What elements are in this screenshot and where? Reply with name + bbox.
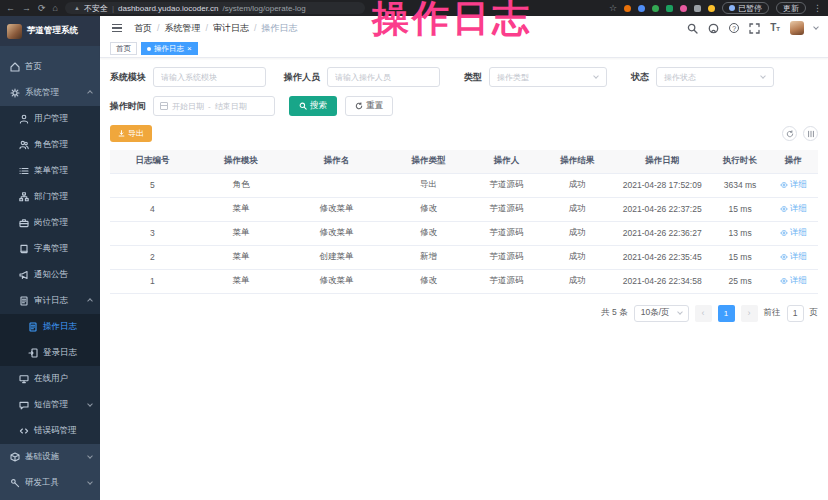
col-header-type: 操作类型 [386,150,471,173]
sidebar-item-login-log[interactable]: 登录日志 [0,340,100,366]
type-select[interactable]: 操作类型 [489,67,607,87]
sidebar-item-home[interactable]: 首页 [0,54,100,80]
fullscreen-icon[interactable] [749,23,760,34]
search-icon[interactable] [687,23,698,34]
cell-name: 创建菜单 [287,245,386,269]
detail-link[interactable]: 详细 [780,227,807,239]
export-button[interactable]: 导出 [110,125,152,142]
cell-duration: 15 ms [712,197,769,221]
extension-icon[interactable] [638,5,645,12]
user-avatar[interactable] [790,21,804,35]
page-size-select[interactable]: 10条/页 [634,305,689,322]
detail-link-label: 详细 [790,227,807,239]
sidebar-item-label: 字典管理 [34,243,68,255]
detail-link[interactable]: 详细 [780,203,807,215]
sidebar-item-notices[interactable]: 通知公告 [0,262,100,288]
sidebar-item-departments[interactable]: 部门管理 [0,184,100,210]
filter-time: 操作时间 开始日期 - 结束日期 [110,96,275,116]
goto-page-input[interactable] [787,305,804,322]
profile-smiley-icon[interactable] [708,5,715,12]
detail-link-label: 详细 [790,203,807,215]
search-button[interactable]: 搜索 [289,96,337,116]
page-number-button[interactable]: 1 [718,305,735,322]
date-range-picker[interactable]: 开始日期 - 结束日期 [153,96,275,116]
login-log-icon [28,348,38,358]
avatar-caret-icon[interactable] [813,24,819,30]
sidebar-item-users[interactable]: 用户管理 [0,106,100,132]
extension-icon[interactable] [666,5,673,12]
security-label: 不安全 [84,3,108,14]
sidebar-item-audit-log[interactable]: 审计日志 [0,288,100,314]
font-size-icon[interactable]: TT [770,23,780,33]
menu-list-icon [19,166,29,176]
reset-button[interactable]: 重置 [345,96,393,116]
sms-icon [19,400,29,410]
sidebar-item-infrastructure[interactable]: 基础设施 [0,444,100,470]
detail-link[interactable]: 详细 [780,251,807,263]
sidebar-item-system[interactable]: 系统管理 [0,80,100,106]
github-icon[interactable] [708,23,719,34]
browser-back-icon[interactable]: ← [6,4,15,13]
sidebar-item-operate-log[interactable]: 操作日志 [0,314,100,340]
filter-module: 系统模块 [110,67,266,87]
docs-help-icon[interactable]: ? [729,23,739,33]
tag-home[interactable]: 首页 [110,42,137,55]
browser-menu-icon[interactable]: ⋮ [813,3,822,13]
sidebar-item-sms[interactable]: 短信管理 [0,392,100,418]
breadcrumb-item[interactable]: 审计日志 [213,22,249,35]
next-page-button[interactable]: › [741,305,758,322]
filter-status: 状态 操作状态 [631,67,774,87]
column-settings-button[interactable] [803,126,818,141]
cell-date: 2021-04-26 22:34:58 [613,269,712,293]
browser-reload-icon[interactable]: ⟳ [38,4,46,13]
update-pill[interactable]: 更新 [776,2,806,14]
breadcrumb-item[interactable]: 系统管理 [165,22,201,35]
extension-icon[interactable] [624,5,631,12]
table-row: 2 菜单 创建菜单 新增 芋道源码 成功 2021-04-26 22:35:45… [110,245,818,269]
sidebar-item-online-users[interactable]: 在线用户 [0,366,100,392]
sidebar-item-roles[interactable]: 角色管理 [0,132,100,158]
eye-icon [780,229,788,237]
refresh-table-button[interactable] [782,126,797,141]
hamburger-icon[interactable] [112,27,122,28]
browser-forward-icon[interactable]: → [22,4,31,13]
detail-link[interactable]: 详细 [780,179,807,191]
puzzle-extensions-icon[interactable] [694,5,701,12]
time-label: 操作时间 [110,100,146,113]
bookmark-star-icon[interactable]: ☆ [609,3,617,13]
error-code-icon [19,426,29,436]
module-label: 系统模块 [110,71,146,84]
module-input[interactable] [153,67,266,87]
role-icon [19,140,29,150]
detail-link[interactable]: 详细 [780,275,807,287]
url-bar[interactable]: ▲ 不安全 | dashboard.yudao.iocoder.cn/syste… [65,2,365,14]
sidebar-item-error-codes[interactable]: 错误码管理 [0,418,100,444]
cell-result: 成功 [542,197,613,221]
navbar-actions: ? TT [687,21,818,35]
refresh-icon [355,102,363,110]
filter-type: 类型 操作类型 [464,67,607,87]
sidebar-item-label: 系统管理 [25,87,59,99]
sidebar-item-label: 部门管理 [34,191,68,203]
cell-date: 2021-04-26 22:35:45 [613,245,712,269]
extension-icon[interactable] [680,5,687,12]
extension-icon[interactable] [652,5,659,12]
sidebar-item-dicts[interactable]: 字典管理 [0,236,100,262]
sidebar-item-label: 菜单管理 [34,165,68,177]
sidebar-logo[interactable]: 芋道管理系统 [0,16,100,46]
breadcrumb-item[interactable]: 首页 [134,22,152,35]
cell-name: 修改菜单 [287,269,386,293]
prev-page-button[interactable]: ‹ [695,305,712,322]
close-icon[interactable]: × [187,45,192,53]
operator-label: 操作人员 [284,71,320,84]
sidebar-item-posts[interactable]: 岗位管理 [0,210,100,236]
profile-paused-pill[interactable]: 已暂停 [722,2,769,14]
chevron-down-icon [87,479,93,485]
sidebar-item-menus[interactable]: 菜单管理 [0,158,100,184]
tag-operate-log[interactable]: 操作日志 × [141,42,198,55]
browser-home-icon[interactable]: ⌂ [53,4,58,13]
status-select[interactable]: 操作状态 [656,67,774,87]
logo-image [7,24,22,39]
sidebar-item-dev-tools[interactable]: 研发工具 [0,470,100,496]
operator-input[interactable] [327,67,440,87]
